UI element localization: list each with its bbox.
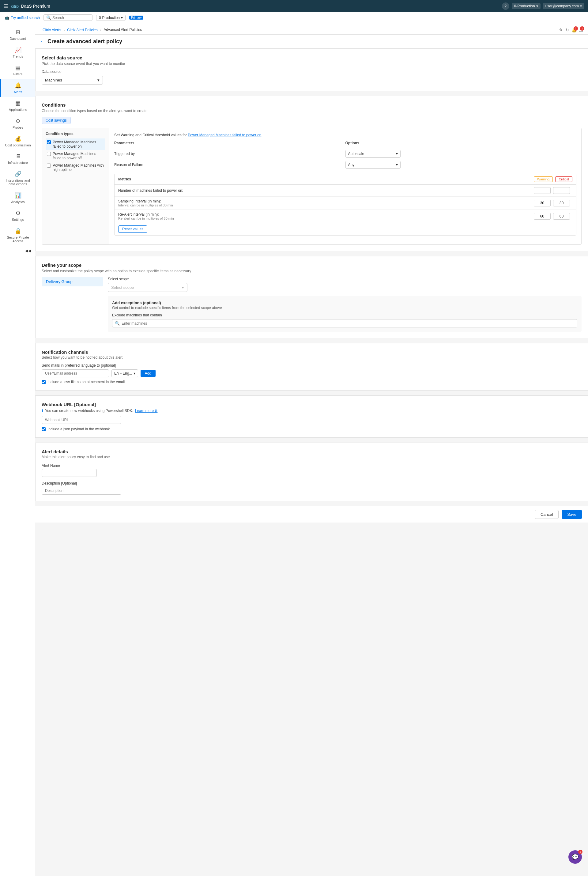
json-payload-checkbox[interactable] [42, 427, 46, 431]
delivery-group-tab[interactable]: Delivery Group [42, 277, 103, 286]
cancel-button[interactable]: Cancel [535, 510, 559, 519]
search-input[interactable] [52, 16, 89, 20]
probes-icon: ⊙ [16, 118, 20, 124]
condition-checkbox-high-uptime[interactable] [47, 164, 51, 168]
back-arrow-icon[interactable]: ← [40, 39, 45, 44]
sidebar-item-cost-optimization[interactable]: 💰 Cost optimization [0, 132, 35, 150]
sidebar-item-filters[interactable]: ▤ Filters [0, 61, 35, 79]
notification-bell-1[interactable]: 🔔 1 [572, 28, 577, 33]
sidebar-item-integrations[interactable]: 🔗 Integrations and data exports [0, 168, 35, 189]
edit-icon[interactable]: ✎ [559, 28, 563, 33]
filters-icon: ▤ [15, 64, 21, 71]
hamburger-menu[interactable]: ☰ [4, 3, 8, 9]
sidebar-collapse-button[interactable]: ◀◀ [0, 246, 35, 255]
reason-of-failure-dropdown[interactable]: Any ▾ [345, 161, 400, 169]
refresh-icon[interactable]: ↻ [566, 28, 569, 33]
sidebar-item-infrastructure[interactable]: 🖥 Infrastructure [0, 150, 35, 168]
conditions-title: Conditions [42, 102, 582, 108]
triggered-by-label: Triggered by [114, 152, 345, 156]
learn-more-link[interactable]: Learn more ⧉ [135, 409, 158, 413]
params-header-left: Parameters [114, 141, 345, 145]
try-unified-search-button[interactable]: 📺 Try unified search [5, 16, 40, 20]
params-header-right: Options [345, 141, 577, 145]
sidebar-item-label: Infrastructure [8, 161, 28, 165]
footer-bar: Cancel Save [35, 506, 588, 522]
description-input[interactable] [42, 487, 121, 495]
metric-warning-num-failed[interactable] [534, 187, 550, 194]
sidebar-item-settings[interactable]: ⚙ Settings [0, 207, 35, 225]
condition-checkbox-power-off[interactable] [47, 152, 51, 156]
condition-checkbox-power-on[interactable] [47, 140, 51, 144]
condition-item-power-on[interactable]: Power Managed Machines failed to power o… [46, 138, 105, 150]
info-icon: ℹ [42, 408, 43, 413]
sidebar-item-applications[interactable]: ▦ Applications [0, 97, 35, 114]
params-condition-link[interactable]: Power Managed Machines failed to power o… [188, 133, 261, 137]
select-scope-placeholder: Select scope [111, 285, 134, 290]
metric-row-num-failed: Number of machines failed to power on: [114, 185, 576, 196]
webhook-section: Webhook URL [Optional] ℹ You can create … [35, 395, 588, 438]
breadcrumb-citrix-alerts[interactable]: Citrix Alerts [40, 26, 64, 34]
dashboard-icon: ⊞ [16, 29, 20, 36]
reason-of-failure-label: Reason of Failure [114, 163, 345, 167]
add-email-button[interactable]: Add [141, 370, 156, 377]
csv-attachment-label: Include a .csv file as an attachment in … [48, 380, 124, 384]
environment-selector[interactable]: 0-Production ▾ [512, 3, 540, 9]
user-chevron-icon: ▾ [580, 4, 582, 8]
sidebar-item-analytics[interactable]: 📊 Analytics [0, 189, 35, 207]
sidebar-item-secure-private[interactable]: 🔒 Secure Private Access [0, 225, 35, 246]
sidebar-item-label: Analytics [11, 200, 24, 204]
param-row-reason-of-failure: Reason of Failure Any ▾ [114, 161, 576, 169]
conditions-subtitle: Choose the condition types based on the … [42, 109, 582, 113]
sidebar-item-dashboard[interactable]: ⊞ Dashboard [0, 26, 35, 44]
sidebar-item-label: Trends [13, 54, 23, 58]
user-menu[interactable]: user@company.com ▾ [543, 3, 584, 9]
webhook-url-input[interactable] [42, 416, 121, 424]
sidebar: ⊞ Dashboard 📈 Trends ▤ Filters 🔔 Alerts … [0, 23, 35, 876]
notification-bell-2[interactable]: ⚠ 1 [579, 28, 583, 33]
select-scope-dropdown[interactable]: Select scope ▾ [108, 283, 188, 292]
triggered-by-dropdown[interactable]: Autoscale ▾ [345, 150, 400, 158]
critical-badge: Critical [555, 176, 572, 182]
help-button[interactable]: ? [502, 3, 509, 10]
metric-critical-num-failed[interactable] [553, 187, 570, 194]
cost-savings-button[interactable]: Cost savings [42, 117, 71, 124]
condition-types-title: Condition types [46, 132, 105, 136]
metric-critical-re-alert[interactable] [553, 213, 570, 220]
metric-warning-re-alert[interactable] [534, 213, 550, 220]
condition-item-power-off[interactable]: Power Managed Machines failed to power o… [46, 150, 105, 162]
email-input[interactable] [42, 369, 109, 377]
condition-item-high-uptime[interactable]: Power Managed Machines with high uptime [46, 162, 105, 173]
alert-name-label: Alert Name [42, 464, 582, 468]
learn-more-label: Learn more [135, 409, 154, 413]
floating-action-button[interactable]: 💬 6 [568, 850, 582, 864]
sidebar-item-trends[interactable]: 📈 Trends [0, 44, 35, 61]
metric-main-re-alert: Re-Alert interval (in min): [118, 212, 534, 216]
page-title-bar: ← Create advanced alert policy [35, 34, 588, 49]
language-select[interactable]: EN - Eng... ▾ [111, 369, 138, 377]
search-box[interactable]: 🔍 [44, 14, 93, 21]
fab-badge: 6 [578, 850, 582, 854]
trends-icon: 📈 [15, 46, 21, 53]
metric-critical-sampling[interactable] [553, 200, 570, 207]
unified-search-icon: 📺 [5, 16, 9, 20]
exclude-search-icon: 🔍 [115, 321, 120, 326]
save-button[interactable]: Save [562, 510, 582, 519]
sidebar-item-alerts[interactable]: 🔔 Alerts [0, 79, 35, 97]
settings-icon: ⚙ [16, 210, 21, 216]
data-source-dropdown[interactable]: Machines ▾ [42, 76, 103, 84]
env-select[interactable]: 0-Production ▾ [96, 15, 126, 21]
reset-values-button[interactable]: Reset values [118, 225, 147, 233]
breadcrumb-icons: ✎ ↻ 🔔 1 ⚠ 1 [559, 28, 583, 33]
alert-name-input[interactable] [42, 469, 97, 477]
metric-label-re-alert: Re-Alert interval (in min): Re-alert can… [118, 212, 534, 220]
brand-citrix: citrix [11, 4, 19, 9]
csv-attachment-checkbox[interactable] [42, 380, 46, 384]
exceptions-title: Add exceptions (optional) [112, 300, 577, 305]
primary-badge[interactable]: Primary [129, 16, 143, 20]
exclude-machines-input[interactable] [122, 321, 195, 326]
sidebar-item-probes[interactable]: ⊙ Probes [0, 114, 35, 132]
send-mail-row: EN - Eng... ▾ Add [42, 369, 582, 377]
metric-warning-sampling[interactable] [534, 200, 550, 207]
triggered-by-option: Autoscale [348, 152, 364, 156]
breadcrumb-citrix-alert-policies[interactable]: Citrix Alert Policies [64, 26, 100, 34]
